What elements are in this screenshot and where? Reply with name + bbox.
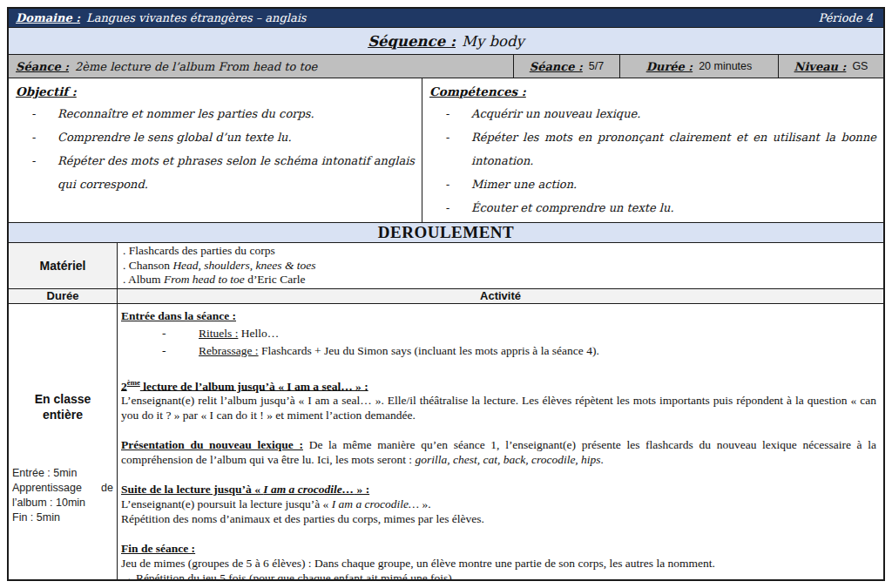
domaine-label: Domaine : (16, 11, 80, 24)
text-run: Hello… (238, 327, 279, 340)
timing-item: Apprentissage de l’album : 10min (12, 481, 113, 510)
deroulement-header: DEROULEMENT (9, 223, 883, 243)
niveau-cell: Niveau :GS (779, 55, 883, 78)
text-run: ». (419, 497, 431, 510)
sequence-label: Séquence : (368, 33, 456, 50)
lesson-plan-document: Domaine :Langues vivantes étrangères – a… (0, 0, 892, 588)
text-run: L’enseignant(e) relit l’album jusqu’à « … (121, 394, 876, 422)
activity-paragraph: → Répétition du jeu 5 fois (pour que cha… (121, 571, 876, 579)
competences-title: Compétences : (429, 81, 526, 102)
dash-bullet: - (445, 102, 471, 125)
deroulement-title: DEROULEMENT (378, 223, 514, 242)
dash-bullet: - (31, 102, 57, 125)
timings-list: Entrée : 5minApprentissage de l’album : … (12, 466, 113, 525)
text-run: Suite de la lecture jusqu’à « (121, 483, 263, 496)
objectif-cell: Objectif : -Reconnaître et nommer les pa… (9, 78, 422, 222)
competences-cell: Compétences : -Acquérir un nouveau lexiq… (422, 78, 883, 222)
objectif-competences-row: Objectif : -Reconnaître et nommer les pa… (9, 78, 883, 223)
text-run: Entrée dans la séance : (121, 309, 236, 322)
text-run: From head to toe (164, 273, 245, 286)
activity-paragraph: L’enseignant(e) poursuit la lecture jusq… (121, 497, 876, 511)
activity-paragraph: Fin de séance : (121, 541, 876, 556)
duree-label: Durée : (646, 60, 693, 73)
duree-cell: Durée :20 minutes (620, 55, 779, 78)
competences-list: -Acquérir un nouveau lexique.-Répéter le… (429, 102, 876, 220)
dash-bullet: - (445, 125, 471, 172)
duree-column-header: Durée (9, 289, 118, 303)
text-run: Fin de séance : (121, 542, 195, 555)
item-text: Écouter et comprendre un texte lu. (471, 196, 876, 220)
blank-line (121, 526, 876, 541)
activity-row: En classe entière Entrée : 5minApprentis… (9, 304, 883, 580)
activity-content: Entrée dans la séance :-Rituels : Hello…… (118, 304, 883, 580)
class-organisation-title: En classe entière (24, 391, 101, 422)
text-run: Rebrassage : (199, 344, 259, 357)
timing-item: Entrée : 5min (12, 466, 113, 481)
text-run: gorilla, chest, cat, back, crocodile, hi… (415, 453, 604, 466)
materiel-item: . Album From head to toe d’Eric Carle (123, 273, 878, 287)
item-text: Reconnaître et nommer les parties du cor… (57, 102, 415, 125)
text-run: . Album (123, 273, 164, 286)
objectif-item: -Comprendre le sens global d’un texte lu… (16, 125, 415, 149)
dash-bullet: - (162, 326, 199, 341)
materiel-item: . Flashcards des parties du corps (123, 244, 878, 259)
activity-paragraph: Entrée dans la séance : (121, 308, 876, 323)
text-run: » : (354, 483, 369, 496)
objectif-item: -Répéter des mots et phrases selon le sc… (16, 149, 415, 196)
seance-title-cell: Séance :2ème lecture de l’album From hea… (9, 55, 514, 78)
seance-number-cell: Séance :5/7 (514, 55, 620, 78)
dash-bullet: - (445, 172, 471, 196)
dash-bullet: - (31, 149, 57, 196)
sequence-bar: Séquence :My body (9, 28, 883, 55)
activity-paragraph: Jeu de mimes (groupes de 5 à 6 élèves) :… (121, 556, 876, 571)
activity-bullet: -Rebrassage : Flashcards + Jeu du Simon … (121, 343, 876, 358)
materiel-list: . Flashcards des parties du corps. Chans… (118, 243, 883, 288)
text-run: d’Eric Carle (245, 273, 306, 286)
materiel-item: . Chanson Head, shoulders, knees & toes (123, 259, 878, 274)
objectif-list: -Reconnaître et nommer les parties du co… (16, 102, 415, 196)
text-run: . Chanson (123, 259, 172, 272)
text-run: 2 (121, 379, 127, 392)
competences-item: -Acquérir un nouveau lexique. (429, 102, 876, 125)
dash-bullet: - (445, 196, 471, 220)
activity-bullet: -Rituels : Hello… (121, 326, 876, 341)
competences-item: -Répéter les mots en prononçant claireme… (429, 125, 876, 172)
blank-line (121, 361, 876, 375)
seance-info-bar: Séance :2ème lecture de l’album From hea… (9, 55, 883, 78)
text-run: Répétition des noms d’animaux et des par… (121, 512, 484, 525)
domaine-field: Domaine :Langues vivantes étrangères – a… (16, 11, 307, 25)
activity-paragraph: 2ème lecture de l’album jusqu’à « I am a… (121, 375, 876, 394)
activity-paragraph: Présentation du nouveau lexique : De la … (121, 437, 876, 467)
text-run: L’enseignant(e) poursuit la lecture jusq… (121, 497, 332, 510)
sequence-value: My body (462, 33, 524, 50)
text-run: I am a crocodile… (332, 497, 419, 510)
item-text: Acquérir un nouveau lexique. (471, 102, 876, 125)
niveau-label: Niveau : (794, 60, 847, 73)
item-text: Rebrassage : Flashcards + Jeu du Simon s… (199, 343, 599, 358)
text-run: Jeu de mimes (groupes de 5 à 6 élèves) :… (121, 557, 715, 570)
dash-bullet: - (31, 125, 57, 149)
blank-line (121, 422, 876, 437)
text-run: → Répétition du jeu 5 fois (pour que cha… (121, 571, 455, 579)
text-run: I am a crocodile… (263, 483, 354, 496)
activity-paragraph: Suite de la lecture jusqu’à « I am a cro… (121, 482, 876, 497)
item-text: Comprendre le sens global d’un texte lu. (57, 125, 415, 149)
text-run: Head, shoulders, knees & toes (172, 259, 315, 272)
activity-table-header: Durée Activité (9, 289, 883, 304)
domain-header-bar: Domaine :Langues vivantes étrangères – a… (9, 9, 883, 28)
duree-value: 20 minutes (699, 60, 752, 72)
competences-item: -Écouter et comprendre un texte lu. (429, 196, 876, 220)
text-run: Présentation du nouveau lexique : (121, 438, 303, 451)
activite-column-header: Activité (118, 289, 883, 303)
item-text: Rituels : Hello… (199, 326, 279, 341)
activity-paragraph: Répétition des noms d’animaux et des par… (121, 511, 876, 526)
competences-item: -Mimer une action. (429, 172, 876, 196)
text-run: Rituels : (199, 327, 238, 340)
text-run: ème (127, 378, 140, 387)
blank-line (121, 467, 876, 482)
item-text: Mimer une action. (471, 172, 876, 196)
timing-item: Fin : 5min (12, 510, 113, 525)
niveau-value: GS (852, 60, 868, 72)
domaine-value: Langues vivantes étrangères – anglais (86, 11, 306, 24)
materiel-row: Matériel . Flashcards des parties du cor… (9, 243, 883, 289)
